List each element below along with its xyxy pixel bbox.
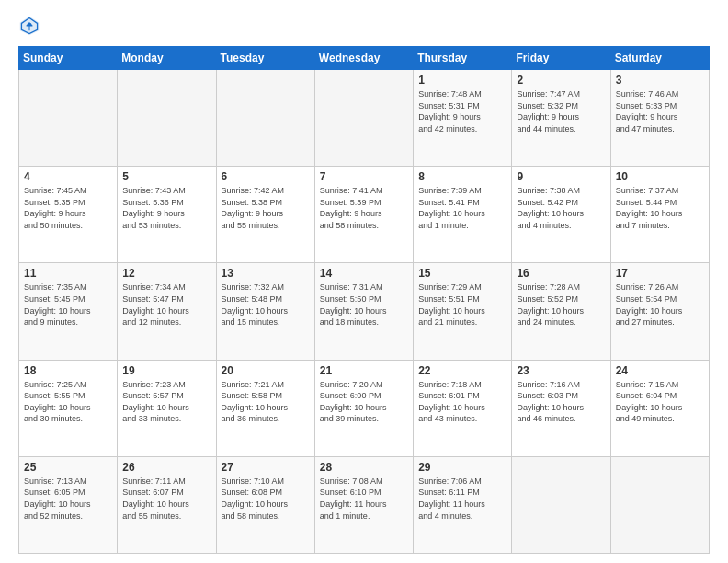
weekday-header-row: SundayMondayTuesdayWednesdayThursdayFrid… [19,47,710,70]
calendar-cell [610,456,709,553]
weekday-sunday: Sunday [19,47,118,70]
day-info: Sunrise: 7:06 AM Sunset: 6:11 PM Dayligh… [418,476,506,522]
day-info: Sunrise: 7:47 AM Sunset: 5:32 PM Dayligh… [517,88,605,134]
calendar-cell: 28Sunrise: 7:08 AM Sunset: 6:10 PM Dayli… [314,456,413,553]
calendar-cell: 23Sunrise: 7:16 AM Sunset: 6:03 PM Dayli… [512,360,610,456]
calendar-cell: 19Sunrise: 7:23 AM Sunset: 5:57 PM Dayli… [118,360,216,456]
day-info: Sunrise: 7:41 AM Sunset: 5:39 PM Dayligh… [320,185,408,231]
day-number: 7 [320,170,408,183]
calendar-cell [19,70,118,167]
weekday-monday: Monday [118,47,216,70]
calendar-cell: 21Sunrise: 7:20 AM Sunset: 6:00 PM Dayli… [314,360,413,456]
day-info: Sunrise: 7:39 AM Sunset: 5:41 PM Dayligh… [418,185,506,231]
weekday-saturday: Saturday [610,47,709,70]
week-row-5: 25Sunrise: 7:13 AM Sunset: 6:05 PM Dayli… [19,456,710,553]
day-info: Sunrise: 7:37 AM Sunset: 5:44 PM Dayligh… [616,185,704,231]
day-info: Sunrise: 7:13 AM Sunset: 6:05 PM Dayligh… [24,476,112,522]
logo-icon [18,15,40,37]
header [18,15,710,37]
day-info: Sunrise: 7:28 AM Sunset: 5:52 PM Dayligh… [517,282,605,327]
day-number: 8 [418,170,506,183]
calendar-cell: 24Sunrise: 7:15 AM Sunset: 6:04 PM Dayli… [610,360,709,456]
calendar-cell: 26Sunrise: 7:11 AM Sunset: 6:07 PM Dayli… [118,456,216,553]
day-info: Sunrise: 7:08 AM Sunset: 6:10 PM Dayligh… [320,476,408,522]
day-info: Sunrise: 7:21 AM Sunset: 5:58 PM Dayligh… [222,379,310,425]
day-number: 1 [418,74,506,86]
day-number: 4 [24,170,112,183]
day-number: 16 [517,267,605,280]
day-info: Sunrise: 7:48 AM Sunset: 5:31 PM Dayligh… [418,88,506,134]
calendar-cell: 9Sunrise: 7:38 AM Sunset: 5:42 PM Daylig… [512,167,610,263]
calendar-cell: 29Sunrise: 7:06 AM Sunset: 6:11 PM Dayli… [414,456,512,553]
day-number: 13 [222,267,310,280]
day-info: Sunrise: 7:42 AM Sunset: 5:38 PM Dayligh… [222,185,310,231]
day-number: 12 [122,267,210,280]
day-number: 14 [320,267,408,280]
day-info: Sunrise: 7:26 AM Sunset: 5:54 PM Dayligh… [616,282,704,327]
day-number: 10 [616,170,704,183]
day-number: 24 [616,364,704,377]
day-number: 15 [418,267,506,280]
day-info: Sunrise: 7:46 AM Sunset: 5:33 PM Dayligh… [616,88,704,134]
calendar-cell: 16Sunrise: 7:28 AM Sunset: 5:52 PM Dayli… [512,263,610,360]
day-info: Sunrise: 7:45 AM Sunset: 5:35 PM Dayligh… [24,185,112,231]
calendar-cell [512,456,610,553]
week-row-3: 11Sunrise: 7:35 AM Sunset: 5:45 PM Dayli… [19,263,710,360]
day-number: 23 [517,364,605,377]
week-row-4: 18Sunrise: 7:25 AM Sunset: 5:55 PM Dayli… [19,360,710,456]
calendar-cell [314,70,413,167]
day-number: 28 [320,461,408,474]
day-number: 2 [517,74,605,86]
day-number: 18 [24,364,112,377]
day-info: Sunrise: 7:16 AM Sunset: 6:03 PM Dayligh… [517,379,605,425]
calendar-cell: 6Sunrise: 7:42 AM Sunset: 5:38 PM Daylig… [216,167,314,263]
calendar-cell: 5Sunrise: 7:43 AM Sunset: 5:36 PM Daylig… [118,167,216,263]
day-number: 22 [418,364,506,377]
calendar-cell: 10Sunrise: 7:37 AM Sunset: 5:44 PM Dayli… [610,167,709,263]
day-number: 21 [320,364,408,377]
day-info: Sunrise: 7:38 AM Sunset: 5:42 PM Dayligh… [517,185,605,231]
weekday-tuesday: Tuesday [216,47,314,70]
week-row-2: 4Sunrise: 7:45 AM Sunset: 5:35 PM Daylig… [19,167,710,263]
day-info: Sunrise: 7:35 AM Sunset: 5:45 PM Dayligh… [24,282,112,327]
day-info: Sunrise: 7:34 AM Sunset: 5:47 PM Dayligh… [122,282,210,327]
calendar-cell: 14Sunrise: 7:31 AM Sunset: 5:50 PM Dayli… [314,263,413,360]
day-info: Sunrise: 7:25 AM Sunset: 5:55 PM Dayligh… [24,379,112,425]
day-info: Sunrise: 7:31 AM Sunset: 5:50 PM Dayligh… [320,282,408,327]
calendar-cell: 12Sunrise: 7:34 AM Sunset: 5:47 PM Dayli… [118,263,216,360]
calendar-cell: 15Sunrise: 7:29 AM Sunset: 5:51 PM Dayli… [414,263,512,360]
week-row-1: 1Sunrise: 7:48 AM Sunset: 5:31 PM Daylig… [19,70,710,167]
day-number: 19 [122,364,210,377]
day-info: Sunrise: 7:32 AM Sunset: 5:48 PM Dayligh… [222,282,310,327]
calendar-cell: 1Sunrise: 7:48 AM Sunset: 5:31 PM Daylig… [414,70,512,167]
day-number: 26 [122,461,210,474]
calendar-cell: 2Sunrise: 7:47 AM Sunset: 5:32 PM Daylig… [512,70,610,167]
day-number: 6 [222,170,310,183]
calendar-cell [118,70,216,167]
day-info: Sunrise: 7:20 AM Sunset: 6:00 PM Dayligh… [320,379,408,425]
weekday-friday: Friday [512,47,610,70]
calendar-cell: 7Sunrise: 7:41 AM Sunset: 5:39 PM Daylig… [314,167,413,263]
day-info: Sunrise: 7:11 AM Sunset: 6:07 PM Dayligh… [122,476,210,522]
day-info: Sunrise: 7:10 AM Sunset: 6:08 PM Dayligh… [222,476,310,522]
day-info: Sunrise: 7:18 AM Sunset: 6:01 PM Dayligh… [418,379,506,425]
day-info: Sunrise: 7:29 AM Sunset: 5:51 PM Dayligh… [418,282,506,327]
calendar-cell: 20Sunrise: 7:21 AM Sunset: 5:58 PM Dayli… [216,360,314,456]
day-number: 11 [24,267,112,280]
calendar-table: SundayMondayTuesdayWednesdayThursdayFrid… [18,46,710,554]
calendar-cell: 13Sunrise: 7:32 AM Sunset: 5:48 PM Dayli… [216,263,314,360]
weekday-thursday: Thursday [414,47,512,70]
calendar-cell: 25Sunrise: 7:13 AM Sunset: 6:05 PM Dayli… [19,456,118,553]
calendar-cell: 4Sunrise: 7:45 AM Sunset: 5:35 PM Daylig… [19,167,118,263]
day-info: Sunrise: 7:43 AM Sunset: 5:36 PM Dayligh… [122,185,210,231]
calendar-page: SundayMondayTuesdayWednesdayThursdayFrid… [0,0,728,563]
calendar-cell: 3Sunrise: 7:46 AM Sunset: 5:33 PM Daylig… [610,70,709,167]
calendar-cell: 27Sunrise: 7:10 AM Sunset: 6:08 PM Dayli… [216,456,314,553]
day-number: 20 [222,364,310,377]
calendar-cell: 17Sunrise: 7:26 AM Sunset: 5:54 PM Dayli… [610,263,709,360]
calendar-cell: 22Sunrise: 7:18 AM Sunset: 6:01 PM Dayli… [414,360,512,456]
day-number: 25 [24,461,112,474]
day-number: 29 [418,461,506,474]
calendar-cell [216,70,314,167]
day-number: 17 [616,267,704,280]
